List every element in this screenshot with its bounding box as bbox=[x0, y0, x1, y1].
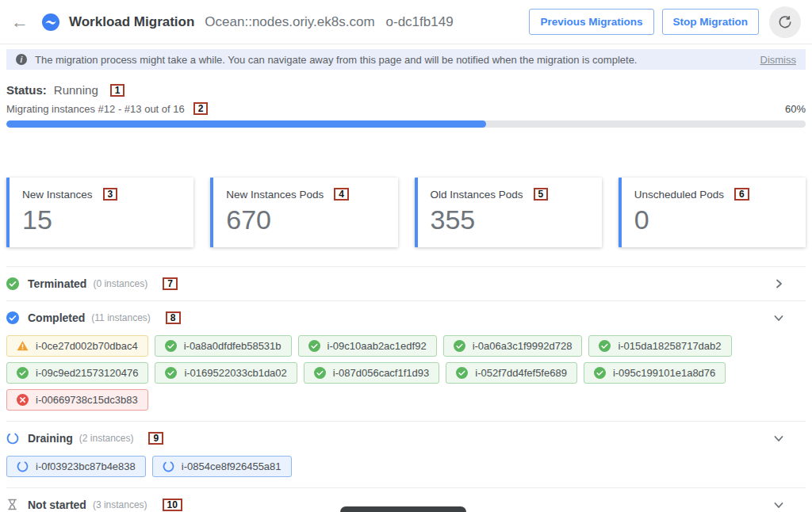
info-icon: i bbox=[16, 54, 27, 65]
draining-chips: i-0f03923bc87b4e838 i-0854ce8f926455a81 bbox=[6, 455, 806, 487]
hourglass-icon bbox=[6, 499, 19, 511]
card-title: New Instances Pods bbox=[226, 189, 324, 201]
card-title: Old Instances Pods bbox=[431, 189, 523, 201]
instance-id: i-087d056cacf1f1d93 bbox=[333, 367, 429, 379]
instance-id: i-0a06a3c1f9992d728 bbox=[473, 340, 573, 352]
card-title: Unscheduled Pods bbox=[634, 189, 724, 201]
warning-icon bbox=[17, 340, 29, 352]
success-icon bbox=[594, 367, 606, 379]
migration-detail-row: Migrating instances #12 - #13 out of 16 … bbox=[6, 102, 806, 115]
instance-id: i-0ce27d002b70dbac4 bbox=[36, 340, 138, 352]
chevron-down-icon[interactable] bbox=[774, 434, 783, 443]
chevron-right-icon[interactable] bbox=[774, 279, 783, 288]
success-icon bbox=[454, 340, 465, 352]
success-icon bbox=[314, 367, 326, 379]
annotation-3: 3 bbox=[103, 188, 118, 201]
instance-chip[interactable]: i-0a8a0dfdfeb58531b bbox=[155, 335, 292, 357]
card-value: 0 bbox=[634, 206, 793, 233]
annotation-8: 8 bbox=[166, 311, 181, 324]
instance-chip[interactable]: i-015da18258717dab2 bbox=[588, 335, 731, 357]
instance-id: i-052f7dd4fef5fe689 bbox=[475, 367, 567, 379]
section-title: Not started bbox=[28, 499, 86, 511]
status-label: Status: bbox=[6, 83, 47, 97]
spinner-icon bbox=[163, 460, 174, 472]
section-completed-header[interactable]: Completed (11 instances) 8 bbox=[6, 301, 806, 334]
instance-chip[interactable]: i-087d056cacf1f1d93 bbox=[304, 362, 439, 384]
error-icon bbox=[17, 394, 29, 406]
cluster-name: Ocean::nodes.oriy.ek8s.com bbox=[205, 14, 374, 30]
ocean-resource-id: o-dc1fb149 bbox=[386, 14, 454, 30]
refresh-button[interactable] bbox=[769, 6, 801, 38]
refresh-icon bbox=[778, 15, 792, 29]
instance-id: i-0f03923bc87b4e838 bbox=[36, 460, 136, 472]
instance-chip[interactable]: i-0ce27d002b70dbac4 bbox=[6, 335, 148, 357]
success-icon bbox=[165, 367, 177, 379]
instance-chip[interactable]: i-0854ce8f926455a81 bbox=[152, 456, 292, 477]
section-count: (11 instances) bbox=[91, 312, 150, 323]
page-header: ← Workload Migration Ocean::nodes.oriy.e… bbox=[0, 0, 812, 44]
annotation-1: 1 bbox=[110, 84, 125, 97]
ocean-logo-icon bbox=[41, 13, 60, 32]
instance-chip[interactable]: i-0a06a3c1f9992d728 bbox=[443, 335, 583, 357]
success-icon bbox=[165, 340, 177, 352]
instance-chip[interactable]: i-09c10aab2ac1edf92 bbox=[298, 335, 437, 357]
status-value: Running bbox=[54, 83, 98, 97]
card-new-instances-pods: New Instances Pods 4 670 bbox=[210, 178, 397, 247]
instance-id: i-0854ce8f926455a81 bbox=[182, 460, 282, 472]
card-unscheduled-pods: Unscheduled Pods 6 0 bbox=[619, 178, 806, 247]
instance-chip[interactable]: i-09c9ed21573120476 bbox=[6, 362, 148, 384]
dismiss-link[interactable]: Dismiss bbox=[760, 54, 797, 66]
progress-percent-label: 60% bbox=[785, 103, 806, 115]
section-completed: Completed (11 instances) 8 i-0ce27d002b7… bbox=[6, 301, 806, 422]
section-terminated: Terminated (0 instances) 7 bbox=[6, 267, 806, 301]
chevron-down-icon[interactable] bbox=[774, 500, 783, 510]
progress-fill bbox=[6, 120, 486, 128]
card-value: 670 bbox=[226, 206, 385, 233]
chevron-down-icon[interactable] bbox=[774, 313, 783, 323]
section-draining-header[interactable]: Draining (2 instances) 9 bbox=[6, 422, 806, 455]
summary-cards: New Instances 3 15 New Instances Pods 4 … bbox=[6, 178, 806, 247]
annotation-10: 10 bbox=[163, 499, 182, 511]
card-old-instances-pods: Old Instances Pods 5 355 bbox=[415, 178, 602, 247]
instance-id: i-095c199101e1a8d76 bbox=[613, 367, 715, 379]
annotation-2: 2 bbox=[193, 102, 209, 115]
section-count: (2 instances) bbox=[79, 433, 134, 444]
instance-chip[interactable]: i-0169522033cb1da02 bbox=[155, 362, 297, 384]
section-count: (0 instances) bbox=[93, 278, 147, 289]
section-draining: Draining (2 instances) 9 i-0f03923bc87b4… bbox=[6, 422, 806, 488]
check-circle-blue-icon bbox=[6, 311, 19, 324]
instance-id: i-00669738c15dc3b83 bbox=[36, 394, 138, 406]
section-title: Draining bbox=[28, 432, 73, 445]
annotation-5: 5 bbox=[534, 188, 549, 201]
annotation-7: 7 bbox=[163, 277, 178, 290]
annotation-6: 6 bbox=[734, 188, 749, 201]
previous-migrations-button[interactable]: Previous Migrations bbox=[529, 9, 653, 35]
completed-chips: i-0ce27d002b70dbac4 i-0a8a0dfdfeb58531b … bbox=[6, 334, 806, 421]
success-icon bbox=[599, 340, 611, 352]
instance-id: i-0a8a0dfdfeb58531b bbox=[184, 340, 282, 352]
annotation-9: 9 bbox=[148, 432, 163, 445]
instance-id: i-09c10aab2ac1edf92 bbox=[327, 340, 427, 352]
page-title: Workload Migration bbox=[69, 14, 194, 30]
success-icon bbox=[308, 340, 320, 352]
instance-chip[interactable]: i-052f7dd4fef5fe689 bbox=[446, 362, 577, 384]
back-arrow-icon[interactable]: ← bbox=[11, 13, 29, 31]
annotation-4: 4 bbox=[334, 188, 349, 201]
bottom-dock-bar bbox=[340, 506, 466, 512]
status-row: Status: Running 1 bbox=[6, 83, 806, 97]
success-icon bbox=[17, 367, 29, 379]
section-title: Terminated bbox=[28, 277, 86, 290]
info-banner: i The migration process might take a whi… bbox=[6, 49, 806, 70]
check-circle-green-icon bbox=[6, 277, 19, 290]
spinner-icon bbox=[6, 432, 19, 445]
card-new-instances: New Instances 3 15 bbox=[6, 178, 193, 247]
stop-migration-button[interactable]: Stop Migration bbox=[662, 9, 760, 35]
instance-id: i-09c9ed21573120476 bbox=[36, 367, 138, 379]
card-value: 15 bbox=[22, 206, 181, 233]
instance-chip[interactable]: i-0f03923bc87b4e838 bbox=[6, 456, 146, 477]
instance-chip[interactable]: i-095c199101e1a8d76 bbox=[584, 362, 726, 384]
banner-message: The migration process might take a while… bbox=[35, 54, 637, 66]
instance-id: i-015da18258717dab2 bbox=[618, 340, 721, 352]
instance-chip[interactable]: i-00669738c15dc3b83 bbox=[6, 389, 148, 411]
section-terminated-header[interactable]: Terminated (0 instances) 7 bbox=[6, 267, 806, 300]
